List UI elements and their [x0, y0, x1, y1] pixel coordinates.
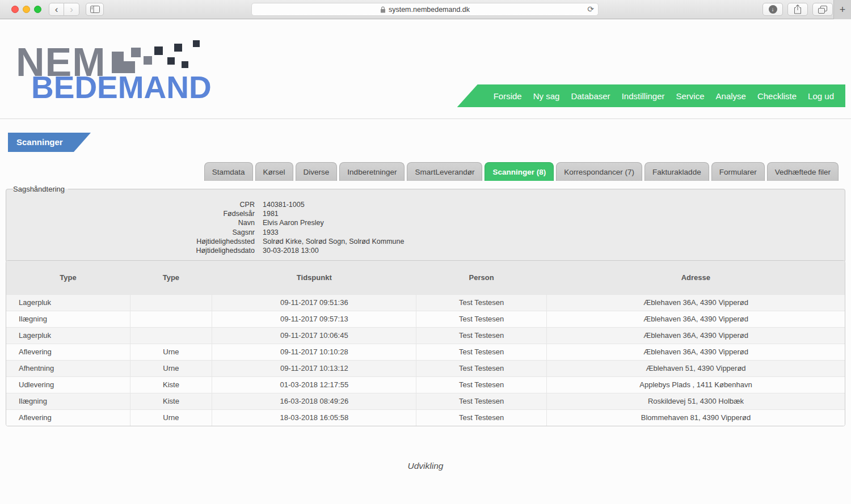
cell-person: Test Testesen — [416, 294, 547, 311]
case-tab[interactable]: Formularer — [711, 162, 765, 181]
https-lock-icon — [380, 6, 386, 13]
cell-container-type — [130, 294, 212, 311]
scan-row[interactable]: Udlevering Kiste 01-03-2018 12:17:55 Tes… — [6, 376, 845, 393]
zoom-window-button[interactable] — [34, 6, 41, 13]
cell-tidspunkt: 16-03-2018 08:49:26 — [212, 393, 416, 409]
cell-container-type — [130, 311, 212, 327]
cell-container-type: Kiste — [130, 393, 212, 409]
cell-person: Test Testesen — [416, 409, 547, 426]
new-tab-button[interactable]: + — [833, 0, 851, 19]
case-field-value: 1933 — [263, 228, 279, 237]
nav-item[interactable]: Ny sag — [528, 91, 566, 101]
scans-table-header-row: Type Type Tidspunkt Person Adresse — [6, 261, 845, 294]
case-tab[interactable]: Kørsel — [255, 162, 293, 181]
case-tab[interactable]: SmartLeverandør — [407, 162, 482, 181]
cell-adresse: Æblehaven 36A, 4390 Vipperød — [547, 327, 845, 344]
case-field-row: Fødselsår 1981 — [14, 209, 837, 218]
case-tab[interactable]: Fakturakladde — [644, 162, 709, 181]
scan-row[interactable]: Lagerpluk 09-11-2017 09:51:36 Test Teste… — [6, 294, 845, 311]
scan-row[interactable]: Aflevering Urne 18-03-2018 16:05:58 Test… — [6, 409, 845, 426]
cell-person: Test Testesen — [416, 360, 547, 376]
scans-table-header: Type Type Tidspunkt Person Adresse — [6, 261, 845, 294]
nav-item[interactable]: Forside — [488, 91, 528, 101]
case-field-row: CPR 140381-1005 — [14, 200, 837, 209]
scan-row[interactable]: Aflevering Urne 09-11-2017 10:10:28 Test… — [6, 344, 845, 360]
scan-row[interactable]: Afhentning Urne 09-11-2017 10:13:12 Test… — [6, 360, 845, 376]
case-tab-label: Scanninger (8) — [492, 168, 546, 176]
case-tab-label: Formularer — [719, 168, 757, 176]
close-window-button[interactable] — [11, 6, 19, 13]
cell-tidspunkt: 09-11-2017 10:10:28 — [212, 344, 416, 360]
column-header: Adresse — [547, 261, 845, 294]
history-nav-buttons: ‹ › — [49, 3, 79, 16]
nav-item[interactable]: Databaser — [565, 91, 616, 101]
nav-item[interactable]: Service — [671, 91, 710, 101]
case-field-label: Højtidelighedssted — [14, 237, 255, 246]
logo-pixel — [193, 40, 200, 47]
case-tab[interactable]: Diverse — [296, 162, 338, 181]
forward-button[interactable]: › — [64, 3, 79, 16]
show-all-tabs-button[interactable] — [812, 3, 833, 16]
case-tab-label: Diverse — [304, 168, 330, 176]
case-summary-fields: CPR 140381-1005 Fødselsår 1981 Navn Elvi… — [14, 200, 837, 255]
case-tab[interactable]: Scanninger (8) — [485, 162, 554, 181]
section-ribbon: Scanninger — [8, 133, 91, 152]
cell-container-type — [130, 327, 212, 344]
plus-icon: + — [840, 4, 846, 16]
case-field-label: Fødselsår — [14, 209, 255, 218]
nav-item[interactable]: Indstillinger — [616, 91, 671, 101]
sidebar-toggle-button[interactable] — [86, 3, 104, 16]
header-divider — [0, 118, 851, 119]
case-field-label: CPR — [14, 200, 255, 209]
address-bar[interactable]: system.nembedemand.dk ⟳ — [251, 3, 599, 16]
browser-window: ‹ › system.nembedemand.dk ⟳ — [0, 0, 851, 504]
case-field-value: Elvis Aaron Presley — [263, 218, 324, 227]
case-tab[interactable]: Korrespondancer (7) — [556, 162, 642, 181]
cell-adresse: Applebys Plads , 1411 København — [547, 376, 845, 393]
logo-pixel — [167, 57, 175, 65]
forward-icon: › — [70, 5, 73, 14]
scan-row[interactable]: Lagerpluk 09-11-2017 10:06:45 Test Teste… — [6, 327, 845, 344]
logo-word-bedemand: BEDEMAND — [31, 72, 212, 103]
column-header: Type — [6, 261, 130, 294]
cell-tidspunkt: 01-03-2018 12:17:55 — [212, 376, 416, 393]
case-tab-label: Kørsel — [263, 168, 285, 176]
cell-type: Aflevering — [6, 409, 130, 426]
tabs-overview-icon — [818, 6, 827, 14]
case-tab[interactable]: Stamdata — [204, 162, 253, 181]
cell-person: Test Testesen — [416, 344, 547, 360]
logo-pixel — [131, 48, 141, 57]
case-tab[interactable]: Indberetninger — [339, 162, 405, 181]
nav-item[interactable]: Checkliste — [752, 91, 802, 101]
url-text: system.nembedemand.dk — [389, 6, 470, 14]
case-field-label: Navn — [14, 218, 255, 227]
nav-item[interactable]: Analyse — [710, 91, 752, 101]
cell-adresse: Æblehaven 36A, 4390 Vipperød — [547, 311, 845, 327]
cell-adresse: Æblehaven 51, 4390 Vipperød — [547, 360, 845, 376]
cell-type: Lagerpluk — [6, 294, 130, 311]
cell-tidspunkt: 09-11-2017 09:51:36 — [212, 294, 416, 311]
case-field-row: Højtidelighedssted Solrød Kirke, Solrød … — [14, 237, 837, 246]
scan-row[interactable]: Ilægning 09-11-2017 09:57:13 Test Testes… — [6, 311, 845, 327]
logo-pixel — [154, 46, 163, 55]
scan-row[interactable]: Ilægning Kiste 16-03-2018 08:49:26 Test … — [6, 393, 845, 409]
case-tab-label: Stamdata — [212, 168, 245, 176]
nav-item[interactable]: Log ud — [802, 91, 840, 101]
cell-type: Ilægning — [6, 393, 130, 409]
nembedemand-logo[interactable]: NEM BEDEMAND — [16, 43, 231, 128]
cell-container-type: Urne — [130, 409, 212, 426]
case-tab[interactable]: Vedhæftede filer — [767, 162, 839, 181]
minimize-window-button[interactable] — [23, 6, 30, 13]
reload-icon[interactable]: ⟳ — [587, 5, 594, 14]
downloads-button[interactable]: ↓ — [762, 3, 783, 16]
case-tab-label: Indberetninger — [347, 168, 397, 176]
cell-person: Test Testesen — [416, 327, 547, 344]
back-button[interactable]: ‹ — [49, 3, 64, 16]
cell-type: Afhentning — [6, 360, 130, 376]
case-summary-panel: Sagshåndtering CPR 140381-1005 Fødselsår… — [6, 185, 845, 262]
case-field-value: Solrød Kirke, Solrød Sogn, Solrød Kommun… — [263, 237, 404, 246]
case-field-row: Højtidelighedsdato 30-03-2018 13:00 — [14, 246, 837, 255]
page-content: NEM BEDEMAND Forside Ny sag Databaser In… — [0, 20, 851, 504]
share-button[interactable] — [787, 3, 808, 16]
case-field-label: Højtidelighedsdato — [14, 246, 255, 255]
